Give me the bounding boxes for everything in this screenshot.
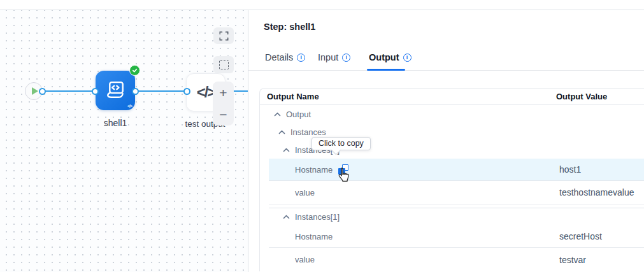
port-shell-in[interactable] (92, 88, 99, 95)
shell-script-icon (104, 79, 127, 102)
selection-box-icon (219, 60, 229, 69)
success-badge-icon (129, 65, 140, 76)
tree-row-label: Instances[1] (295, 212, 340, 222)
active-tab-underline (367, 69, 405, 71)
top-strip (0, 0, 644, 10)
output-name-label: Hostname (295, 165, 333, 175)
table-header: Output Name Output Value (260, 89, 644, 105)
tab-input[interactable]: Input i (318, 52, 350, 62)
edge-start-to-shell (42, 90, 96, 92)
zoom-in-button[interactable]: + (213, 82, 234, 104)
shell1-node[interactable]: </> (96, 71, 135, 110)
output-value[interactable]: testvar (553, 255, 586, 265)
zoom-out-button[interactable]: − (213, 104, 234, 126)
tree-row-label: Instances (290, 127, 326, 137)
info-icon[interactable]: i (403, 54, 411, 62)
marquee-select-button[interactable] (213, 56, 234, 73)
tree-row-label: Output (286, 110, 311, 119)
output-row-value-1[interactable]: value testvar (269, 248, 644, 271)
output-value[interactable]: secretHost (553, 231, 602, 241)
tab-output-label: Output (369, 52, 399, 62)
output-name-label: Hostname (295, 232, 333, 241)
chevron-up-icon[interactable] (274, 112, 281, 117)
tab-input-label: Input (318, 52, 338, 62)
click-to-copy-tooltip: Click to copy (311, 137, 371, 150)
output-row-hostname-1[interactable]: Hostname secretHost (269, 225, 644, 248)
tab-details-label: Details (265, 52, 293, 62)
chevron-up-icon[interactable] (278, 130, 285, 134)
shell1-node-label: shell1 (96, 118, 135, 128)
column-header-output-name: Output Name (267, 92, 556, 101)
step-detail-panel: Step: shell1 Details i Input i Output i … (248, 10, 644, 272)
info-icon[interactable]: i (342, 54, 350, 62)
code-mini-icon: </> (127, 104, 132, 108)
output-value[interactable]: host1 (553, 164, 581, 175)
tree-row-instances-1[interactable]: Instances[1] (269, 208, 644, 225)
output-name-label: value (295, 255, 315, 264)
output-row-value-0[interactable]: value testhostnamevalue (269, 181, 644, 204)
output-row-hostname-0[interactable]: Hostname host1 (269, 159, 644, 181)
fullscreen-icon (219, 31, 229, 41)
tab-details[interactable]: Details i (265, 52, 305, 62)
port-start-out[interactable] (39, 88, 46, 95)
column-header-output-value: Output Value (556, 92, 607, 101)
port-shell-out[interactable] (132, 88, 139, 95)
panel-title: Step: shell1 (264, 22, 315, 32)
chevron-up-icon[interactable] (283, 148, 290, 152)
zoom-controls: + − (213, 82, 234, 125)
fit-view-button[interactable] (213, 27, 234, 44)
output-name-label: value (295, 188, 315, 197)
edge-shell-to-test (135, 90, 187, 92)
workflow-canvas[interactable]: </> shell1 </> test output + − (0, 10, 248, 272)
port-test-in[interactable] (183, 88, 190, 95)
info-icon[interactable]: i (297, 54, 305, 62)
tree-row-output[interactable]: Output (269, 105, 644, 123)
mouse-cursor (336, 167, 352, 185)
output-table: Output Name Output Value Output Instance… (259, 88, 644, 271)
play-icon (32, 87, 38, 95)
chevron-up-icon[interactable] (283, 215, 290, 219)
output-value[interactable]: testhostnamevalue (553, 187, 634, 197)
tab-output[interactable]: Output i (369, 52, 411, 62)
tabs-divider (248, 70, 644, 71)
